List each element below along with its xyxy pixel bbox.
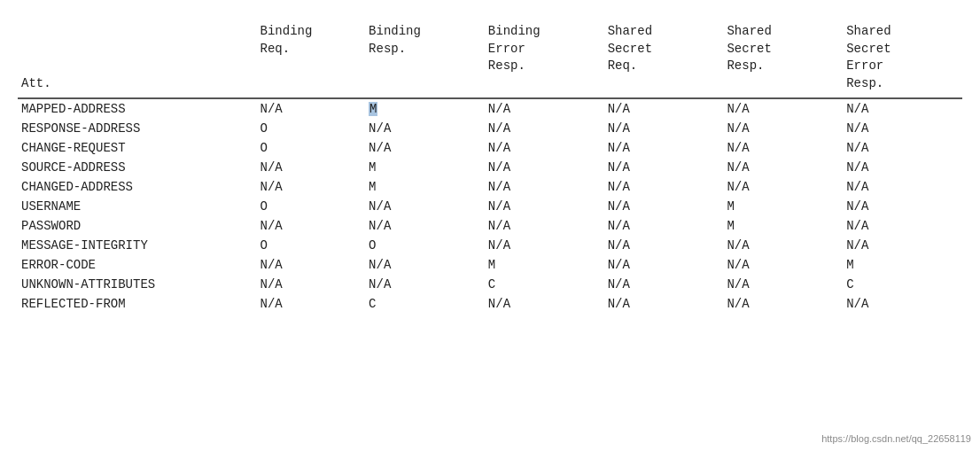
cell-value: N/A [485,197,604,216]
cell-value: C [485,275,604,294]
cell-value: N/A [257,98,366,119]
cell-value: N/A [604,177,724,197]
cell-value: N/A [365,275,485,294]
page-container: Att. Binding Req. Binding Resp. Binding … [0,0,980,451]
cell-value: N/A [257,294,366,314]
cell-value: N/A [723,138,843,158]
cell-att: CHANGED-ADDRESS [18,177,257,197]
table-header-row: Att. Binding Req. Binding Resp. Binding … [18,18,962,98]
cell-value: N/A [257,216,366,236]
cell-value: O [257,138,366,158]
attributes-table: Att. Binding Req. Binding Resp. Binding … [18,18,962,314]
cell-value: M [723,216,843,236]
cell-value: N/A [843,294,962,314]
cell-value: M [723,197,843,216]
col-header-bres: Binding Resp. [365,18,485,98]
cell-value: M [365,177,485,197]
col-header-ber: Binding Error Resp. [485,18,604,98]
cell-value: O [257,119,366,138]
col-header-ssr: Shared Secret Req. [604,18,724,98]
table-row: ERROR-CODEN/AN/AMN/AN/AM [18,255,962,275]
cell-value: N/A [485,177,604,197]
cell-value: N/A [257,158,366,177]
cell-att: USERNAME [18,197,257,216]
cell-value: N/A [843,216,962,236]
cell-att: PASSWORD [18,216,257,236]
table-row: PASSWORDN/AN/AN/AN/AMN/A [18,216,962,236]
cell-value: N/A [604,236,724,255]
cell-att: RESPONSE-ADDRESS [18,119,257,138]
cell-value: N/A [485,138,604,158]
cell-value: N/A [723,158,843,177]
cell-value: N/A [843,158,962,177]
cell-value: N/A [604,119,724,138]
cell-att: CHANGE-REQUEST [18,138,257,158]
cell-value: N/A [843,98,962,119]
col-header-att: Att. [18,18,257,98]
cell-att: UNKNOWN-ATTRIBUTES [18,275,257,294]
cell-value: N/A [257,255,366,275]
cell-value: N/A [604,255,724,275]
cell-value: N/A [843,197,962,216]
cell-value: N/A [485,236,604,255]
cell-value: N/A [604,158,724,177]
col-header-sser: Shared Secret Error Resp. [843,18,962,98]
cell-value: O [257,197,366,216]
table-row: RESPONSE-ADDRESSON/AN/AN/AN/AN/A [18,119,962,138]
table-row: CHANGE-REQUESTON/AN/AN/AN/AN/A [18,138,962,158]
cell-value: N/A [365,138,485,158]
cell-value: N/A [604,197,724,216]
watermark: https://blog.csdn.net/qq_22658119 [821,433,971,444]
cell-value: O [365,236,485,255]
cell-value: N/A [604,138,724,158]
cell-value: N/A [604,98,724,119]
cell-att: MAPPED-ADDRESS [18,98,257,119]
cell-value: M [365,98,485,119]
cell-value: N/A [843,138,962,158]
cell-value: N/A [365,119,485,138]
cell-att: REFLECTED-FROM [18,294,257,314]
cell-value: N/A [485,216,604,236]
table-row: MESSAGE-INTEGRITYOON/AN/AN/AN/A [18,236,962,255]
cell-value: N/A [485,158,604,177]
cell-att: ERROR-CODE [18,255,257,275]
cell-value: N/A [485,119,604,138]
col-header-ssres: Shared Secret Resp. [723,18,843,98]
cell-value: N/A [723,294,843,314]
table-row: CHANGED-ADDRESSN/AMN/AN/AN/AN/A [18,177,962,197]
cell-value: N/A [843,177,962,197]
cell-value: C [365,294,485,314]
cell-value: N/A [723,177,843,197]
cell-value: N/A [723,119,843,138]
cell-att: MESSAGE-INTEGRITY [18,236,257,255]
cell-value: N/A [365,197,485,216]
cell-value: N/A [604,216,724,236]
cell-att: SOURCE-ADDRESS [18,158,257,177]
table-row: REFLECTED-FROMN/ACN/AN/AN/AN/A [18,294,962,314]
table-row: MAPPED-ADDRESSN/AMN/AN/AN/AN/A [18,98,962,119]
cell-value: N/A [365,255,485,275]
cell-value: N/A [365,216,485,236]
cell-value: N/A [723,98,843,119]
cell-value: N/A [723,255,843,275]
table-row: UNKNOWN-ATTRIBUTESN/AN/ACN/AN/AC [18,275,962,294]
cell-value: N/A [485,98,604,119]
cell-value: M [485,255,604,275]
cell-value: N/A [257,177,366,197]
cell-value: N/A [604,275,724,294]
cell-value: N/A [843,119,962,138]
cell-value: N/A [843,236,962,255]
table-row: SOURCE-ADDRESSN/AMN/AN/AN/AN/A [18,158,962,177]
table-row: USERNAMEON/AN/AN/AMN/A [18,197,962,216]
cell-value: N/A [723,275,843,294]
col-header-br: Binding Req. [257,18,366,98]
cell-value: O [257,236,366,255]
cell-value: M [365,158,485,177]
cell-value: N/A [257,275,366,294]
cell-value: N/A [604,294,724,314]
cell-value: C [843,275,962,294]
cell-value: N/A [723,236,843,255]
cell-value: M [843,255,962,275]
cell-value: N/A [485,294,604,314]
